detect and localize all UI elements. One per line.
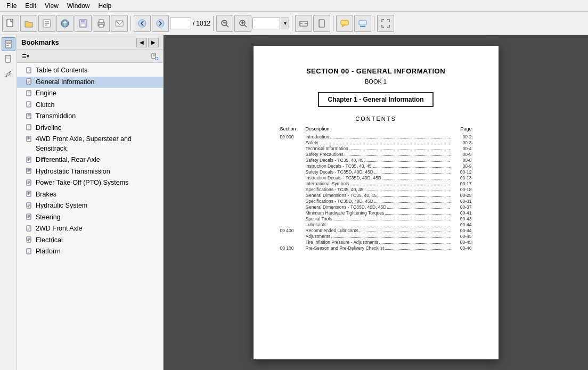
row-page: 00-5 [451,152,472,157]
bookmark-item[interactable]: Steering [17,212,163,224]
table-row: 00 400Recommended Lubricants00-44 [280,228,472,233]
zoom-dropdown-button[interactable]: ▾ [281,18,289,29]
email-button[interactable] [111,15,128,32]
bookmark-item[interactable]: Clutch [17,100,163,111]
bookmark-page-icon [26,248,33,255]
properties-button[interactable] [38,15,55,32]
comment-button[interactable] [336,15,353,32]
zoom-out-button[interactable] [216,15,233,32]
sidebar-icon-pages[interactable] [2,52,15,66]
svg-rect-71 [27,157,31,162]
row-description: Safety [306,140,318,145]
row-dots [331,237,449,238]
row-description: Technical Information [306,146,348,151]
bookmark-label: Steering [36,213,61,223]
zoom-input[interactable]: 52.8% [252,18,280,29]
table-row: 00 100Pre-Season and Pre-Delivery Checkl… [280,245,472,251]
svg-point-14 [157,20,164,27]
bookmark-label: Driveline [36,124,62,133]
bookmarks-nav-prev[interactable]: ◀ [136,38,147,47]
new-button[interactable] [2,15,19,32]
bookmark-item[interactable]: Table of Contents [17,65,163,77]
bookmark-label: 4WD Front Axle, Supersteer and Sensitrac… [36,135,159,153]
bookmark-item[interactable]: Electrical [17,235,163,246]
bookmark-item[interactable]: Platform [17,246,163,258]
open-button[interactable] [20,15,37,32]
bookmark-item[interactable]: 4WD Front Axle, Supersteer and Sensitrac… [17,134,163,154]
fit-page-button[interactable] [313,15,330,32]
menu-file[interactable]: File [2,1,21,11]
sidebar-icon-annotations[interactable] [2,67,15,81]
row-description: Specifications - TC35, 40, 45 [306,187,364,192]
svg-point-13 [138,20,146,27]
menubar: File Edit View Window Help [0,0,588,12]
bookmark-item[interactable]: Hydraulic System [17,200,163,212]
table-row: 00 000Introduction00-2 [280,134,472,139]
row-page: 00-12 [451,169,472,175]
bookmark-item[interactable]: 2WD Front Axle [17,223,163,235]
svg-rect-103 [27,249,31,254]
bookmark-item[interactable]: Engine [17,88,163,100]
row-page: 00-17 [451,181,472,186]
bookmark-page-icon [26,124,33,131]
svg-rect-35 [6,56,10,59]
print-button[interactable] [93,15,110,32]
svg-rect-28 [359,20,366,25]
bookmark-item[interactable]: Transmiddion [17,111,163,122]
save-button[interactable] [75,15,92,32]
menu-window[interactable]: Window [63,1,94,11]
prev-page-button[interactable] [134,15,151,32]
bookmark-item[interactable]: Driveline [17,122,163,134]
svg-rect-87 [27,203,31,208]
row-page: 00-31 [451,199,472,204]
bookmark-label: Brakes [36,190,56,200]
bookmark-label: Table of Contents [36,66,87,76]
row-dots [360,232,450,232]
row-description: Safety Decals - TC35D, 40D, 45D [306,169,373,175]
svg-rect-7 [81,20,85,22]
bookmark-item[interactable]: Power Take-Off (PTO) Systems [17,177,163,189]
row-description: General Dimensions - TC35, 40, 45 [306,193,377,198]
fit-width-button[interactable] [295,15,312,32]
menu-help[interactable]: Help [94,1,116,11]
row-dots [379,243,449,244]
bookmark-label: Platform [36,247,61,257]
bookmark-label: Hydrostatic Transmission [36,167,110,177]
svg-rect-30 [5,40,12,48]
table-row: Special Tools00-43 [280,216,472,221]
upload-button[interactable] [56,15,74,32]
zoom-in-button[interactable] [234,15,251,32]
bookmark-page-icon [26,135,33,143]
table-row: Specifications - TC35, 40, 4500-18 [280,187,472,192]
row-description: Introduction [306,134,329,139]
next-page-button[interactable] [152,15,169,32]
bookmark-item[interactable]: Brakes [17,189,163,201]
row-description: Instruction Decals - TC35D, 40D, 45D [306,175,382,180]
bookmarks-new-button[interactable] [149,52,160,61]
table-row: Instruction Decals - TC35, 40, 4500-9 [280,163,472,169]
bookmarks-nav-next[interactable]: ▶ [148,38,159,47]
page-input[interactable]: 1 [170,18,191,29]
menu-edit[interactable]: Edit [21,1,40,11]
bookmark-label: Differential, Rear Axle [36,155,100,165]
stamp-button[interactable] [354,15,371,32]
fullscreen-button[interactable] [377,15,394,32]
svg-rect-0 [7,19,13,27]
row-page: 00-45 [451,234,472,239]
separator-2 [213,16,214,31]
row-description: Recommended Lubricants [306,228,358,233]
bookmark-item[interactable]: General Information [17,77,163,88]
row-page: 00-45 [451,240,472,245]
table-row: Tire Inflation Pressure - Adjustments00-… [280,240,472,245]
bookmark-item[interactable]: Differential, Rear Axle [17,154,163,166]
svg-rect-55 [27,102,31,107]
pdf-viewer[interactable]: SECTION 00 - GENERAL INFORMATION BOOK 1 … [164,35,588,370]
menu-view[interactable]: View [40,1,63,11]
bookmark-page-icon [26,213,33,221]
separator-3 [292,16,292,31]
bookmarks-options-button[interactable]: ☰▾ [20,52,31,61]
bookmark-item[interactable]: Hydrostatic Transmission [17,166,163,178]
svg-marker-27 [342,25,345,27]
bookmark-page-icon [26,156,33,163]
sidebar-icon-bookmarks[interactable] [2,37,15,51]
